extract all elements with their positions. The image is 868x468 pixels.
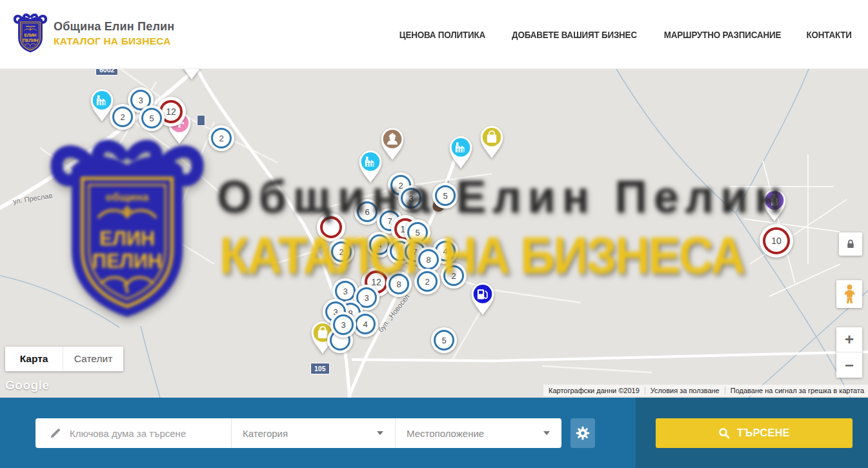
pencil-icon	[49, 427, 61, 440]
cluster-marker[interactable]: 4	[352, 311, 378, 337]
crest-name-line1: ЕЛИН	[25, 33, 37, 37]
factory-pin[interactable]	[447, 136, 475, 172]
watermark-crest-name-line1: ЕЛИН	[99, 227, 155, 249]
cluster-marker[interactable]: 10	[760, 224, 793, 258]
shopping-bag-pin[interactable]	[478, 125, 506, 161]
watermark-title: Община Елин Пелин	[217, 171, 788, 223]
cluster-count: 3	[138, 96, 143, 105]
search-bar: Категория Местоположение	[0, 398, 868, 468]
crest-label-top: община	[26, 25, 36, 28]
search-button[interactable]: ТЪРСЕНЕ	[656, 418, 853, 448]
cluster-marker[interactable]: 2	[208, 125, 234, 151]
map-canvas[interactable]: ул. Преславци"бул. „Новосел6002105 12325…	[0, 69, 868, 398]
crest-name-line2: ПЕЛИН	[23, 38, 38, 43]
cluster-count: 5	[441, 336, 446, 345]
street-view-pegman-button[interactable]	[836, 280, 862, 308]
gear-icon	[576, 426, 590, 440]
zoom-in-button[interactable]: +	[836, 327, 862, 352]
advanced-options-button[interactable]	[570, 418, 595, 448]
cluster-count: 5	[149, 114, 154, 123]
cluster-count: 3	[341, 320, 345, 330]
search-fields: Категория Местоположение	[35, 418, 561, 448]
map-attribution: Картографски данни ©2019Условия за ползв…	[543, 385, 868, 396]
search-button-label: ТЪРСЕНЕ	[737, 427, 790, 439]
brand-logo[interactable]: община ЕЛИН ПЕЛИН Община Елин Пелин КАТА…	[13, 13, 174, 54]
attribution-link[interactable]: Условия за ползване	[645, 387, 720, 394]
location-value: Местоположение	[407, 428, 484, 439]
chevron-down-icon	[543, 431, 550, 435]
brand-text: Община Елин Пелин КАТАЛОГ НА БИЗНЕСА	[54, 20, 174, 47]
map-type-control: Карта Сателит	[5, 347, 123, 371]
watermark-crest-name-line2: ПЕЛИН	[92, 250, 162, 272]
cluster-count: 4	[363, 320, 367, 329]
location-select[interactable]: Местоположение	[395, 418, 561, 448]
zoom-out-button[interactable]: −	[836, 352, 862, 378]
pegman-icon	[843, 284, 856, 304]
cluster-count: 3	[364, 293, 368, 303]
brand-title: Община Елин Пелин	[54, 20, 174, 34]
header: община ЕЛИН ПЕЛИН Община Елин Пелин КАТА…	[0, 0, 868, 69]
category-select[interactable]: Категория	[231, 418, 395, 448]
map-type-map-button[interactable]: Карта	[5, 347, 63, 371]
search-icon	[718, 427, 730, 439]
nav-item[interactable]: КОНТАКТИ	[806, 30, 851, 40]
zoom-control: + −	[836, 327, 862, 378]
cluster-marker[interactable]: 2	[110, 104, 136, 130]
cluster-marker[interactable]: 5	[139, 105, 165, 131]
lock-control-button[interactable]	[839, 232, 862, 256]
fuel-pin[interactable]	[469, 282, 497, 318]
cluster-marker[interactable]: 5	[431, 327, 457, 353]
cluster-count: 2	[219, 134, 223, 143]
chevron-down-icon	[377, 431, 383, 435]
main-nav: ЦЕНОВА ПОЛИТИКАДОБАВЕТЕ ВАШИЯТ БИЗНЕСМАР…	[398, 0, 853, 69]
cluster-count: 12	[166, 107, 176, 117]
keyword-field[interactable]	[35, 418, 231, 448]
watermark-crest-label-top: община	[106, 190, 149, 203]
keyword-input[interactable]	[70, 428, 231, 439]
map-type-satellite-button[interactable]: Сателит	[63, 347, 123, 371]
generic-pin[interactable]	[177, 69, 206, 83]
nav-item[interactable]: МАРШРУТНО РАЗПИСАНИЕ	[664, 30, 781, 40]
brand-subtitle: КАТАЛОГ НА БИЗНЕСА	[54, 36, 174, 47]
watermark-crest: община ЕЛИН ПЕЛИН	[47, 139, 207, 323]
watermark-subtitle: КАТАЛОГ НА БИЗНЕСА	[219, 226, 744, 285]
cluster-count: 10	[771, 236, 782, 246]
google-logo[interactable]: Google	[5, 378, 49, 392]
nav-item[interactable]: ДОБАВЕТЕ ВАШИЯТ БИЗНЕС	[512, 30, 637, 40]
attribution-text: Картографски данни ©2019	[549, 387, 640, 394]
cluster-marker[interactable]: 3	[330, 312, 356, 338]
category-value: Категория	[243, 428, 288, 439]
cluster-count: 2	[120, 112, 125, 122]
nav-item[interactable]: ЦЕНОВА ПОЛИТИКА	[399, 30, 485, 40]
attribution-link[interactable]: Подаване на сигнал за грешка в картата	[725, 387, 864, 394]
cluster-count: 3	[343, 287, 347, 296]
municipality-crest-icon: община ЕЛИН ПЕЛИН	[13, 13, 48, 54]
padlock-icon	[845, 239, 856, 249]
